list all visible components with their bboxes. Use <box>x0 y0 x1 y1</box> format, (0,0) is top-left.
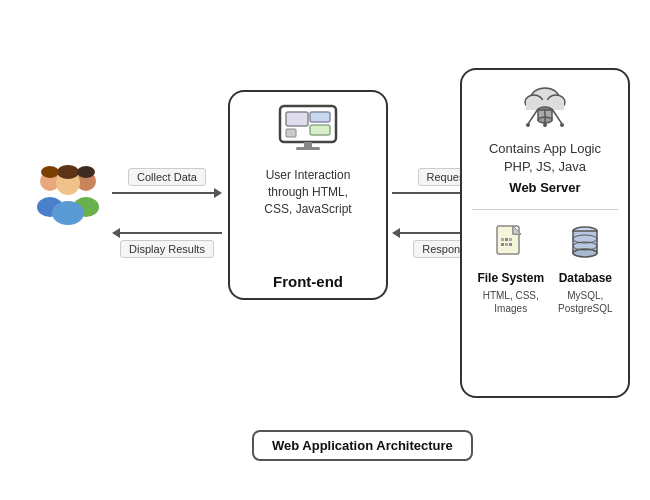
svg-line-23 <box>528 109 538 124</box>
svg-rect-34 <box>501 243 504 246</box>
svg-rect-33 <box>509 238 512 241</box>
database-label: Database <box>559 271 612 285</box>
database-item: Database MySQL, PostgreSQL <box>558 224 612 315</box>
backend-app-logic: Contains App Logic PHP, JS, Java <box>489 140 601 176</box>
display-results-arrow: Display Results <box>112 228 222 258</box>
web-architecture-diagram: Collect Data Display Results <box>0 0 650 500</box>
svg-rect-12 <box>310 112 330 122</box>
collect-data-arrow: Collect Data <box>112 168 222 198</box>
backend-cloud-icon <box>518 84 572 136</box>
display-label: Display Results <box>120 240 214 258</box>
svg-rect-11 <box>286 129 296 137</box>
users-icon <box>28 155 108 243</box>
frontend-label: Front-end <box>273 273 343 290</box>
svg-point-8 <box>77 166 95 178</box>
backend-webserver: Web Server <box>509 180 580 195</box>
display-arrow-line <box>112 228 222 238</box>
frontend-box: User Interaction through HTML, CSS, Java… <box>228 90 388 300</box>
database-icon <box>567 224 603 267</box>
filesystem-icon <box>493 224 529 267</box>
svg-rect-36 <box>509 243 512 246</box>
backend-storage-row: File System HTML, CSS, Images Database <box>477 224 612 315</box>
backend-divider <box>472 209 618 210</box>
backend-box: Contains App Logic PHP, JS, Java Web Ser… <box>460 68 630 398</box>
database-desc: MySQL, PostgreSQL <box>558 289 612 315</box>
frontend-description: User Interaction through HTML, CSS, Java… <box>264 167 351 217</box>
svg-point-27 <box>543 123 547 127</box>
svg-rect-31 <box>501 238 504 241</box>
svg-rect-15 <box>296 147 320 150</box>
diagram-title: Web Application Architecture <box>272 438 453 453</box>
filesystem-desc: HTML, CSS, Images <box>483 289 539 315</box>
svg-point-6 <box>57 165 79 179</box>
svg-point-7 <box>41 166 59 178</box>
filesystem-label: File System <box>477 271 544 285</box>
frontend-icon <box>278 104 338 161</box>
filesystem-item: File System HTML, CSS, Images <box>477 224 544 315</box>
svg-point-28 <box>560 123 564 127</box>
svg-rect-13 <box>310 125 330 135</box>
svg-point-5 <box>52 201 84 225</box>
svg-point-26 <box>526 123 530 127</box>
collect-label: Collect Data <box>128 168 206 186</box>
svg-rect-32 <box>505 238 508 241</box>
users-group <box>28 155 108 235</box>
title-box: Web Application Architecture <box>252 430 473 461</box>
svg-rect-35 <box>505 243 508 246</box>
svg-line-25 <box>552 109 562 124</box>
svg-rect-10 <box>286 112 308 126</box>
collect-arrow-line <box>112 188 222 198</box>
